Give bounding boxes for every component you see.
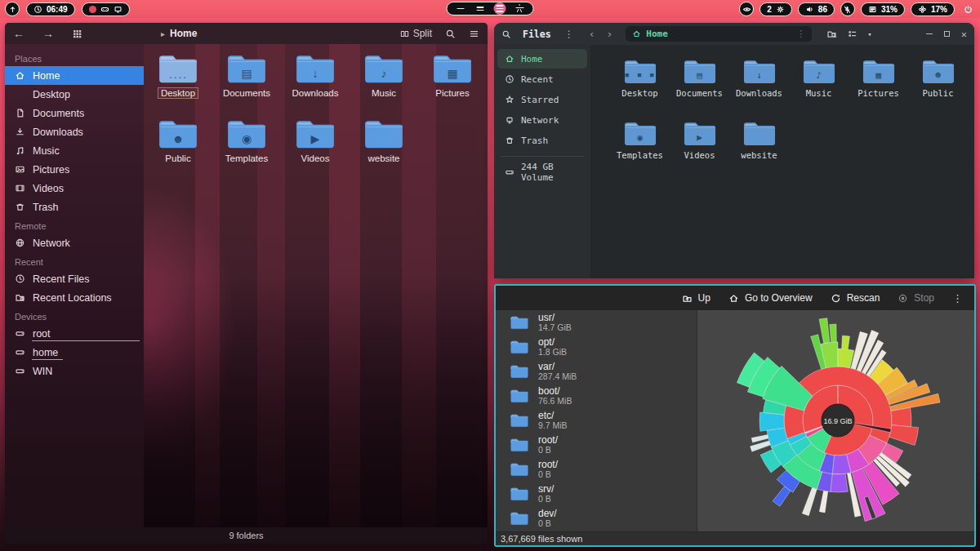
sidebar-item-recent[interactable]: Recent xyxy=(497,69,587,89)
memory-icon xyxy=(868,5,877,14)
folder-videos[interactable]: ▶Videos xyxy=(670,117,729,179)
view-toggle-icon[interactable] xyxy=(847,29,858,39)
rescan-button[interactable]: Rescan xyxy=(831,292,880,304)
sidebar-item-244-gb-volume[interactable]: 244 GB Volume xyxy=(497,162,587,182)
search-icon[interactable] xyxy=(445,29,456,39)
mic-mute-button[interactable] xyxy=(840,2,855,16)
sidebar-item-network[interactable]: Network xyxy=(497,110,587,130)
grid-view-icon[interactable] xyxy=(72,29,82,39)
sidebar-item-home[interactable]: Home xyxy=(5,66,144,85)
sidebar-item-pictures[interactable]: Pictures xyxy=(5,160,144,179)
sidebar-item-root[interactable]: root xyxy=(5,324,144,343)
sidebar-item-recent-locations[interactable]: Recent Locations xyxy=(5,288,144,307)
minimize-button[interactable] xyxy=(926,33,933,35)
up-button[interactable]: Up xyxy=(682,292,710,304)
usage-bar xyxy=(32,340,140,341)
baobab-row-dev-[interactable]: dev/0 B xyxy=(496,506,697,531)
clock-widget[interactable]: 06:49 xyxy=(26,2,75,16)
sidebar-item-downloads[interactable]: Downloads xyxy=(5,122,144,141)
split-button[interactable]: Split xyxy=(400,28,432,39)
kebab-menu-icon[interactable]: ⋮ xyxy=(564,29,574,40)
folder-downloads[interactable]: ↓Downloads xyxy=(281,49,350,114)
sidebar-item-home[interactable]: Home xyxy=(497,49,587,69)
folder-label: Videos xyxy=(684,150,715,160)
search-icon[interactable] xyxy=(501,29,511,39)
power-button[interactable] xyxy=(960,2,975,16)
folder-pictures[interactable]: ▦Pictures xyxy=(418,49,487,114)
folder-icon: ♪ xyxy=(803,58,835,85)
sidebar-item-documents[interactable]: Documents xyxy=(5,104,144,122)
back-button[interactable]: ‹ xyxy=(589,28,595,40)
baobab-row-boot-[interactable]: boot/76.6 MiB xyxy=(496,384,697,408)
breadcrumb[interactable]: ▸ Home xyxy=(161,28,197,39)
forward-button[interactable]: › xyxy=(606,28,612,40)
workspace-tag-六[interactable] xyxy=(514,2,526,15)
sidebar-item-videos[interactable]: Videos xyxy=(5,179,144,198)
quick-apps-widget[interactable] xyxy=(82,2,130,16)
cpu-widget[interactable]: 17% xyxy=(911,2,955,16)
folder-music[interactable]: ♪Music xyxy=(350,49,418,114)
folder-desktop[interactable]: ▪ ▪ ▪ ▪Desktop xyxy=(144,49,212,114)
updates-widget[interactable]: 2 xyxy=(760,2,792,16)
folder-videos[interactable]: ▶Videos xyxy=(281,114,350,180)
folder-website[interactable]: website xyxy=(350,114,418,180)
sidebar-item-win[interactable]: WIN xyxy=(5,362,144,380)
path-bar[interactable]: Home ⋮ xyxy=(626,26,812,42)
workspace-tag-二[interactable] xyxy=(474,2,487,15)
folder-pictures[interactable]: ▦Pictures xyxy=(849,55,908,117)
folder-templates[interactable]: ◉Templates xyxy=(212,114,281,180)
menu-icon[interactable] xyxy=(469,29,479,39)
app-title: Files xyxy=(523,29,551,40)
folder-website[interactable]: website xyxy=(729,117,789,179)
folder-public[interactable]: ☻Public xyxy=(908,55,968,117)
sidebar-item-trash[interactable]: Trash xyxy=(5,198,144,216)
folder-desktop[interactable]: ▪ ▪ ▪Desktop xyxy=(610,55,670,117)
close-button[interactable]: ✕ xyxy=(961,29,967,39)
folder-label: website xyxy=(365,153,403,164)
up-folder-icon xyxy=(682,293,693,304)
baobab-row-usr-[interactable]: usr/14.7 GiB xyxy=(496,310,697,335)
folder-documents[interactable]: ▤Documents xyxy=(670,55,729,117)
volume-widget[interactable]: 86 xyxy=(798,2,835,16)
folder-music[interactable]: ♪Music xyxy=(789,55,849,117)
baobab-ring-chart[interactable]: 16.9 GiB xyxy=(697,310,976,531)
workspace-tag-三[interactable] xyxy=(494,2,506,15)
path-kebab-icon[interactable]: ⋮ xyxy=(796,29,805,39)
sidebar-item-starred[interactable]: Starred xyxy=(497,90,587,109)
folder-downloads[interactable]: ↓Downloads xyxy=(729,55,789,117)
gamepad-icon[interactable] xyxy=(100,5,109,14)
memory-widget[interactable]: 31% xyxy=(861,2,905,16)
gnome-files-window: Files ⋮ ‹ › Home ⋮ ▾ ✕ HomeRecentStarred… xyxy=(494,23,974,278)
back-button[interactable]: ← xyxy=(13,27,24,40)
sidebar-item-network[interactable]: Network xyxy=(5,233,144,252)
workspace-tag-一[interactable] xyxy=(455,2,467,15)
view-options-chevron[interactable]: ▾ xyxy=(867,30,871,38)
folder-documents[interactable]: ▤Documents xyxy=(212,49,281,114)
baobab-row-etc-[interactable]: etc/9.7 MiB xyxy=(496,408,697,433)
app-dot-icon[interactable] xyxy=(89,6,96,13)
sidebar-item-desktop[interactable]: Desktop xyxy=(5,85,144,104)
folder-public[interactable]: ☻Public xyxy=(144,114,212,180)
baobab-row-var-[interactable]: var/287.4 MiB xyxy=(496,359,697,384)
power-icon xyxy=(963,4,973,15)
sunburst-chart[interactable]: 16.9 GiB xyxy=(697,310,976,531)
sidebar-item-music[interactable]: Music xyxy=(5,141,144,160)
sidebar-item-recent-files[interactable]: Recent Files xyxy=(5,269,144,288)
screen-record-button[interactable] xyxy=(739,2,754,16)
baobab-row-srv-[interactable]: srv/0 B xyxy=(496,482,697,506)
folder-search-icon[interactable] xyxy=(826,29,837,39)
folder-emblem-icon: ▦ xyxy=(862,62,895,89)
folder-label: Music xyxy=(806,88,832,98)
baobab-row-root-[interactable]: root/0 B xyxy=(496,433,697,457)
go-to-overview-button[interactable]: Go to Overview xyxy=(728,292,813,304)
display-icon[interactable] xyxy=(114,5,122,14)
folder-templates[interactable]: ◉Templates xyxy=(610,117,670,179)
sidebar-item-home[interactable]: home xyxy=(5,343,144,362)
sidebar-item-trash[interactable]: Trash xyxy=(497,131,587,150)
kebab-menu-icon[interactable]: ⋮ xyxy=(952,292,963,304)
baobab-row-root-[interactable]: root/0 B xyxy=(496,457,697,482)
maximize-button[interactable] xyxy=(944,31,950,37)
baobab-row-opt-[interactable]: opt/1.8 GiB xyxy=(496,335,697,359)
launcher-button[interactable] xyxy=(5,2,20,16)
forward-button[interactable]: → xyxy=(42,27,54,40)
